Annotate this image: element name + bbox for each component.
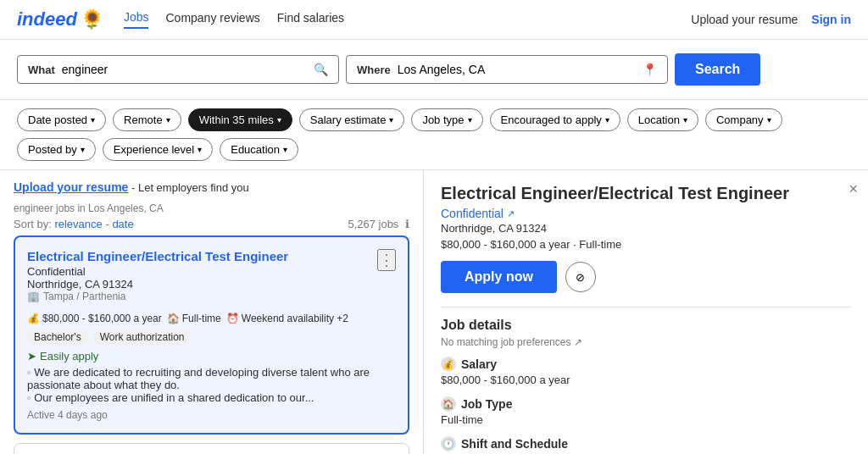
job-card-header-1: Electrical Engineer/Electrical Test Engi… — [27, 249, 396, 307]
search-button[interactable]: Search — [675, 53, 760, 86]
chevron-icon: ▾ — [81, 145, 85, 154]
shift-detail-icon: 🕐 — [441, 436, 456, 451]
shift-detail-row: 🕐 Shift and Schedule Overtime Weekend av… — [441, 436, 851, 454]
nav-jobs[interactable]: Jobs — [124, 10, 149, 29]
search-inputs: What 🔍 Where 📍 Search — [17, 53, 851, 86]
filter-posted-by[interactable]: Posted by ▾ — [17, 138, 96, 161]
chevron-icon: ▾ — [277, 115, 281, 125]
no-match-icon: ↗ — [574, 336, 582, 348]
divider-1 — [441, 307, 851, 307]
what-input[interactable] — [62, 63, 307, 76]
chevron-icon: ▾ — [283, 145, 287, 154]
header: indeed 🌻 Jobs Company reviews Find salar… — [0, 0, 868, 40]
nav-company-reviews[interactable]: Company reviews — [165, 11, 259, 28]
active-date-1: Active 4 days ago — [27, 409, 396, 421]
detail-company[interactable]: Confidential ↗ — [441, 207, 851, 220]
nav-find-salaries[interactable]: Find salaries — [277, 11, 344, 28]
external-link-icon: ↗ — [507, 208, 515, 219]
salary-detail-icon: 💰 — [441, 357, 456, 372]
logo-text: indeed — [17, 8, 77, 30]
sort-relevance[interactable]: relevance — [54, 218, 102, 230]
filter-encouraged[interactable]: Encouraged to apply ▾ — [490, 108, 620, 131]
sort-label: Sort by: — [14, 218, 52, 230]
chevron-icon: ▾ — [91, 115, 95, 125]
desc-item-2: Our employees are unified in a shared de… — [27, 391, 396, 404]
salary-detail-value: $80,000 - $160,000 a year — [441, 374, 851, 386]
filter-experience[interactable]: Experience level ▾ — [103, 138, 213, 161]
info-icon: ℹ — [405, 218, 409, 230]
upload-banner: Upload your resume - Let employers find … — [14, 180, 409, 194]
job-card-1[interactable]: Electrical Engineer/Electrical Test Engi… — [14, 235, 409, 435]
job-tags-1: 💰 $80,000 - $160,000 a year 🏠 Full-time … — [27, 313, 396, 324]
filters-bar: Date posted ▾ Remote ▾ Within 35 miles ▾… — [0, 100, 868, 170]
company-source-1: 🏢 Tampa / Parthenia — [27, 291, 288, 302]
salary-tag-1: 💰 $80,000 - $160,000 a year — [27, 313, 162, 324]
sort-date[interactable]: date — [112, 218, 133, 230]
upload-resume-banner-link[interactable]: Upload your resume — [14, 180, 128, 194]
badge-1: Bachelor's — [27, 329, 88, 345]
job-detail-panel: × Electrical Engineer/Electrical Test En… — [424, 170, 868, 454]
badge-tags-1: Bachelor's Work authorization — [27, 329, 396, 345]
results-count: 5,267 jobs ℹ — [348, 218, 409, 230]
filter-education[interactable]: Education ▾ — [220, 138, 298, 161]
sort-info: Sort by: relevance - date — [14, 218, 134, 230]
main-content: Upload your resume - Let employers find … — [0, 170, 868, 454]
company-name-1: Confidential — [27, 265, 288, 278]
location-icon: 📍 — [643, 63, 657, 76]
filter-salary[interactable]: Salary estimate ▾ — [299, 108, 405, 131]
chevron-icon: ▾ — [166, 115, 170, 125]
job-card-2[interactable]: Senior Packaging Engineer – Cold Chain S… — [14, 443, 409, 454]
jobtype-detail-value: Full-time — [441, 413, 851, 426]
job-title-1[interactable]: Electrical Engineer/Electrical Test Engi… — [27, 249, 288, 263]
upload-resume-link[interactable]: Upload your resume — [691, 13, 798, 26]
filter-within-miles[interactable]: Within 35 miles ▾ — [188, 108, 292, 131]
what-label: What — [28, 64, 55, 76]
building-icon: 🏢 — [27, 291, 40, 302]
where-label: Where — [357, 64, 391, 76]
chevron-icon: ▾ — [468, 115, 472, 125]
filter-location[interactable]: Location ▾ — [627, 108, 698, 131]
badge-2: Work authorization — [93, 329, 192, 345]
results-info: Sort by: relevance - date 5,267 jobs ℹ — [14, 218, 409, 230]
desc-item-1: We are dedicated to recruiting and devel… — [27, 366, 396, 391]
section-title: Job details — [441, 318, 851, 333]
job-list-panel: Upload your resume - Let employers find … — [0, 170, 424, 454]
job-card-title-1: Electrical Engineer/Electrical Test Engi… — [27, 249, 288, 307]
filter-remote[interactable]: Remote ▾ — [113, 108, 181, 131]
what-field: What 🔍 — [17, 55, 339, 84]
more-options-btn-1[interactable]: ⋮ — [377, 249, 396, 271]
filter-company[interactable]: Company ▾ — [705, 108, 782, 131]
job-desc-1: We are dedicated to recruiting and devel… — [27, 366, 396, 404]
job-details-section: Job details No matching job preferences … — [441, 318, 851, 454]
logo: indeed 🌻 — [17, 8, 103, 30]
detail-salary-type: $80,000 - $160,000 a year · Full-time — [441, 238, 851, 251]
where-field: Where 📍 — [346, 55, 668, 84]
filter-date-posted[interactable]: Date posted ▾ — [17, 108, 106, 131]
no-match-text: No matching job preferences ↗ — [441, 336, 851, 348]
apply-now-button[interactable]: Apply now — [441, 261, 557, 293]
detail-location: Northridge, CA 91324 — [441, 222, 851, 235]
salary-detail-row: 💰 Salary $80,000 - $160,000 a year — [441, 357, 851, 386]
easy-apply-1: ➤ Easily apply — [27, 350, 396, 363]
salary-icon-1: 💰 — [27, 313, 40, 324]
salary-detail-label: 💰 Salary — [441, 357, 851, 372]
sign-in-button[interactable]: Sign in — [811, 13, 851, 26]
shift-detail-label: 🕐 Shift and Schedule — [441, 436, 851, 451]
jobtype-tag-1: 🏠 Full-time — [167, 313, 221, 324]
header-right: Upload your resume Sign in — [691, 13, 851, 26]
where-input[interactable] — [398, 63, 636, 76]
logo-flower: 🌻 — [81, 8, 103, 30]
close-button[interactable]: × — [849, 180, 858, 198]
filter-job-type[interactable]: Job type ▾ — [411, 108, 482, 131]
chevron-icon: ▾ — [198, 145, 202, 154]
save-job-button[interactable]: ⊘ — [565, 262, 596, 292]
arrow-icon: ➤ — [27, 350, 36, 363]
main-nav: Jobs Company reviews Find salaries — [124, 10, 344, 29]
detail-job-title: Electrical Engineer/Electrical Test Engi… — [441, 184, 851, 203]
jobs-location: engineer jobs in Los Angeles, CA — [14, 202, 409, 214]
chevron-icon: ▾ — [605, 115, 609, 125]
location-1: Northridge, CA 91324 — [27, 278, 288, 291]
search-icon: 🔍 — [314, 63, 328, 76]
jobtype-icon-1: 🏠 — [167, 313, 180, 324]
chevron-icon: ▾ — [683, 115, 687, 125]
